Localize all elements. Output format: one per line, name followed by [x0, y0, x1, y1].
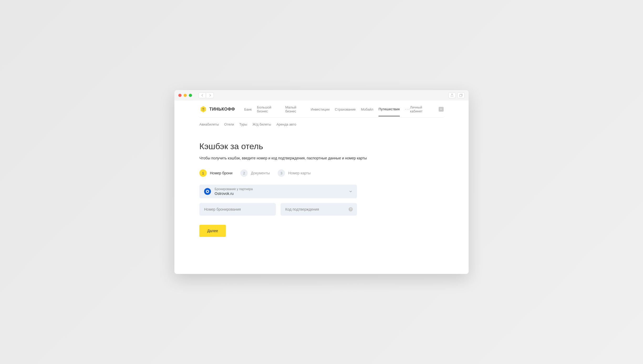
partner-logo-icon	[204, 188, 211, 195]
partner-select[interactable]: Бронирование у партнера Ostrovok.ru	[199, 185, 357, 198]
nav-item-mobile[interactable]: Мобайл	[361, 107, 373, 116]
step-2-label: Документы	[251, 171, 270, 175]
account-icon[interactable]	[439, 107, 444, 112]
booking-number-wrapper	[199, 203, 276, 216]
step-3-number: 3	[278, 169, 285, 177]
nav-item-investments[interactable]: Инвестиции	[311, 107, 330, 116]
page-title: Кэшбэк за отель	[199, 142, 444, 151]
subnav-item-flights[interactable]: Авиабилеты	[199, 122, 219, 126]
maximize-window-button[interactable]	[189, 94, 192, 97]
svg-rect-0	[460, 95, 462, 97]
nav-item-big-business[interactable]: Большой бизнес	[257, 105, 280, 118]
nav-arrows	[199, 92, 214, 98]
traffic-lights	[178, 94, 192, 97]
account-link[interactable]: Личный кабинет	[410, 105, 435, 113]
subnav-item-car-rental[interactable]: Аренда авто	[276, 122, 296, 126]
header: ТИНЬКОФФ Банк Большой бизнес Малый бизне…	[174, 101, 469, 118]
chrome-right	[448, 92, 465, 98]
logo[interactable]: ТИНЬКОФФ	[199, 106, 235, 113]
nav-item-travel[interactable]: Путешествия	[378, 107, 400, 116]
back-button[interactable]	[199, 92, 206, 98]
nav-item-small-business[interactable]: Малый бизнес	[285, 105, 305, 118]
step-3-label: Номер карты	[288, 171, 310, 175]
main-content: Кэшбэк за отель Чтобы получить кэшбэк, в…	[174, 131, 469, 253]
header-right: Личный кабинет	[410, 105, 444, 113]
stepper: 1 Номер брони 2 Документы 3 Номер карты	[199, 169, 444, 177]
browser-chrome	[174, 90, 469, 101]
step-3[interactable]: 3 Номер карты	[278, 169, 310, 177]
subnav-item-tours[interactable]: Туры	[239, 122, 247, 126]
help-icon[interactable]: ?	[349, 207, 353, 211]
next-button[interactable]: Далее	[199, 225, 226, 237]
step-1[interactable]: 1 Номер брони	[199, 169, 232, 177]
form-row: ?	[199, 203, 357, 216]
step-1-label: Номер брони	[210, 171, 232, 175]
main-nav: Банк Большой бизнес Малый бизнес Инвести…	[244, 105, 410, 113]
partner-label: Бронирование у партнера	[215, 187, 345, 191]
nav-item-insurance[interactable]: Страхование	[335, 107, 356, 116]
page-subtitle: Чтобы получить кэшбэк, введите номер и к…	[199, 156, 444, 160]
confirmation-code-wrapper: ?	[281, 203, 357, 216]
form-section: Бронирование у партнера Ostrovok.ru ?	[199, 185, 357, 237]
minimize-window-button[interactable]	[184, 94, 187, 97]
subnav-item-hotels[interactable]: Отели	[224, 122, 234, 126]
partner-text: Бронирование у партнера Ostrovok.ru	[215, 187, 345, 196]
close-window-button[interactable]	[178, 94, 182, 97]
confirmation-code-input[interactable]	[281, 203, 357, 216]
tabs-icon	[459, 94, 463, 97]
tabs-button[interactable]	[457, 92, 465, 98]
step-1-number: 1	[199, 169, 207, 177]
forward-button[interactable]	[206, 92, 214, 98]
chevron-right-icon	[209, 94, 211, 97]
booking-number-input[interactable]	[199, 203, 276, 216]
logo-text: ТИНЬКОФФ	[209, 107, 235, 112]
step-2-number: 2	[240, 169, 248, 177]
step-2[interactable]: 2 Документы	[240, 169, 270, 177]
chrome-left	[178, 92, 214, 98]
content-area: ТИНЬКОФФ Банк Большой бизнес Малый бизне…	[174, 101, 469, 274]
header-top: ТИНЬКОФФ Банк Большой бизнес Малый бизне…	[199, 105, 444, 118]
browser-window: ТИНЬКОФФ Банк Большой бизнес Малый бизне…	[174, 90, 469, 274]
partner-value: Ostrovok.ru	[215, 191, 345, 196]
nav-more-button[interactable]: ···	[405, 107, 410, 112]
chevron-down-icon	[440, 108, 442, 110]
header-left: ТИНЬКОФФ Банк Большой бизнес Малый бизне…	[199, 105, 410, 113]
subnav-item-train[interactable]: Ж/д билеты	[252, 122, 271, 126]
share-icon	[450, 94, 454, 97]
nav-item-bank[interactable]: Банк	[244, 107, 252, 116]
share-button[interactable]	[448, 92, 456, 98]
chevron-left-icon	[201, 94, 203, 97]
chevron-down-icon	[349, 190, 352, 193]
sub-nav: Авиабилеты Отели Туры Ж/д билеты Аренда …	[174, 118, 469, 131]
logo-emblem-icon	[199, 106, 207, 113]
